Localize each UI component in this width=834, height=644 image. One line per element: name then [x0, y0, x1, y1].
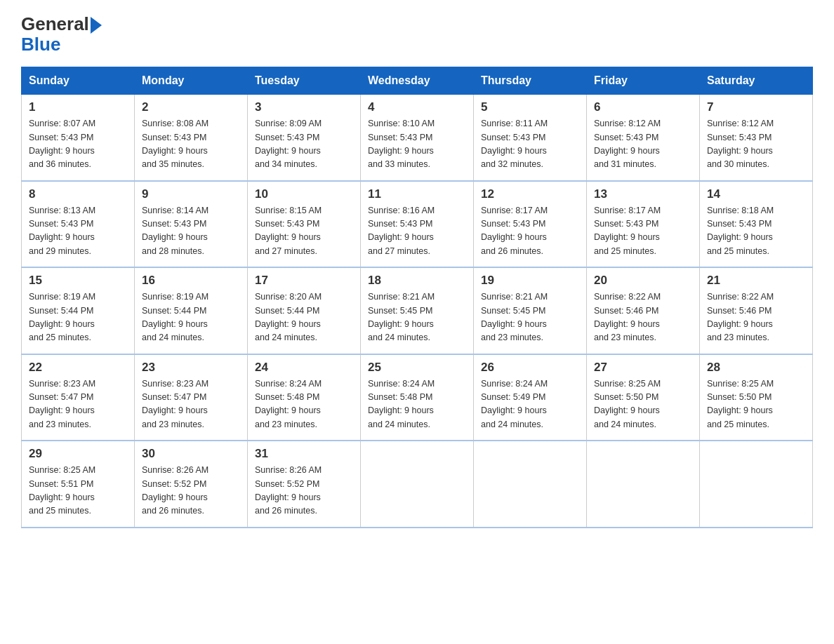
day-cell: [361, 441, 474, 528]
day-number: 4: [368, 100, 466, 114]
day-number: 12: [481, 187, 579, 201]
day-number: 17: [255, 274, 353, 288]
day-number: 29: [29, 447, 127, 461]
day-number: 10: [255, 187, 353, 201]
day-cell: 7Sunrise: 8:12 AMSunset: 5:43 PMDaylight…: [700, 95, 813, 181]
day-info: Sunrise: 8:26 AMSunset: 5:52 PMDaylight:…: [255, 464, 353, 518]
day-info: Sunrise: 8:15 AMSunset: 5:43 PMDaylight:…: [255, 204, 353, 259]
day-cell: 9Sunrise: 8:14 AMSunset: 5:43 PMDaylight…: [135, 181, 248, 268]
week-row-2: 8Sunrise: 8:13 AMSunset: 5:43 PMDaylight…: [22, 181, 813, 268]
weekday-header-monday: Monday: [135, 67, 248, 95]
day-cell: 17Sunrise: 8:20 AMSunset: 5:44 PMDayligh…: [248, 267, 361, 354]
weekday-header-friday: Friday: [587, 67, 700, 95]
day-number: 5: [481, 100, 579, 114]
day-info: Sunrise: 8:16 AMSunset: 5:43 PMDaylight:…: [368, 204, 466, 259]
day-cell: 13Sunrise: 8:17 AMSunset: 5:43 PMDayligh…: [587, 181, 700, 268]
day-info: Sunrise: 8:11 AMSunset: 5:43 PMDaylight:…: [481, 117, 579, 172]
day-number: 19: [481, 274, 579, 288]
weekday-header-thursday: Thursday: [474, 67, 587, 95]
day-cell: [474, 441, 587, 528]
day-number: 13: [594, 187, 692, 201]
day-info: Sunrise: 8:21 AMSunset: 5:45 PMDaylight:…: [481, 290, 579, 345]
day-cell: 25Sunrise: 8:24 AMSunset: 5:48 PMDayligh…: [361, 354, 474, 441]
day-cell: 26Sunrise: 8:24 AMSunset: 5:49 PMDayligh…: [474, 354, 587, 441]
day-info: Sunrise: 8:14 AMSunset: 5:43 PMDaylight:…: [142, 204, 240, 259]
page-header: General Blue: [21, 14, 813, 54]
day-info: Sunrise: 8:23 AMSunset: 5:47 PMDaylight:…: [142, 377, 240, 432]
day-cell: [587, 441, 700, 528]
day-cell: 12Sunrise: 8:17 AMSunset: 5:43 PMDayligh…: [474, 181, 587, 268]
day-number: 9: [142, 187, 240, 201]
day-cell: 5Sunrise: 8:11 AMSunset: 5:43 PMDaylight…: [474, 95, 587, 181]
day-info: Sunrise: 8:22 AMSunset: 5:46 PMDaylight:…: [594, 290, 692, 345]
day-info: Sunrise: 8:24 AMSunset: 5:49 PMDaylight:…: [481, 377, 579, 432]
day-number: 14: [707, 187, 805, 201]
day-info: Sunrise: 8:24 AMSunset: 5:48 PMDaylight:…: [368, 377, 466, 432]
day-number: 31: [255, 447, 353, 461]
day-cell: 10Sunrise: 8:15 AMSunset: 5:43 PMDayligh…: [248, 181, 361, 268]
day-number: 26: [481, 361, 579, 375]
day-info: Sunrise: 8:17 AMSunset: 5:43 PMDaylight:…: [594, 204, 692, 259]
logo-arrow-icon: [91, 17, 102, 34]
calendar-table: SundayMondayTuesdayWednesdayThursdayFrid…: [21, 67, 813, 528]
day-info: Sunrise: 8:12 AMSunset: 5:43 PMDaylight:…: [594, 117, 692, 172]
day-cell: 15Sunrise: 8:19 AMSunset: 5:44 PMDayligh…: [22, 267, 135, 354]
day-cell: 27Sunrise: 8:25 AMSunset: 5:50 PMDayligh…: [587, 354, 700, 441]
day-info: Sunrise: 8:17 AMSunset: 5:43 PMDaylight:…: [481, 204, 579, 259]
day-cell: 29Sunrise: 8:25 AMSunset: 5:51 PMDayligh…: [22, 441, 135, 528]
day-cell: 8Sunrise: 8:13 AMSunset: 5:43 PMDaylight…: [22, 181, 135, 268]
day-cell: 16Sunrise: 8:19 AMSunset: 5:44 PMDayligh…: [135, 267, 248, 354]
day-info: Sunrise: 8:18 AMSunset: 5:43 PMDaylight:…: [707, 204, 805, 259]
weekday-header-sunday: Sunday: [22, 67, 135, 95]
day-cell: 3Sunrise: 8:09 AMSunset: 5:43 PMDaylight…: [248, 95, 361, 181]
day-cell: 31Sunrise: 8:26 AMSunset: 5:52 PMDayligh…: [248, 441, 361, 528]
day-number: 20: [594, 274, 692, 288]
week-row-3: 15Sunrise: 8:19 AMSunset: 5:44 PMDayligh…: [22, 267, 813, 354]
day-number: 30: [142, 447, 240, 461]
weekday-header-saturday: Saturday: [700, 67, 813, 95]
day-number: 15: [29, 274, 127, 288]
day-cell: 28Sunrise: 8:25 AMSunset: 5:50 PMDayligh…: [700, 354, 813, 441]
day-cell: 14Sunrise: 8:18 AMSunset: 5:43 PMDayligh…: [700, 181, 813, 268]
day-number: 27: [594, 361, 692, 375]
day-number: 16: [142, 274, 240, 288]
day-info: Sunrise: 8:24 AMSunset: 5:48 PMDaylight:…: [255, 377, 353, 432]
day-info: Sunrise: 8:25 AMSunset: 5:50 PMDaylight:…: [707, 377, 805, 432]
week-row-1: 1Sunrise: 8:07 AMSunset: 5:43 PMDaylight…: [22, 95, 813, 181]
day-info: Sunrise: 8:07 AMSunset: 5:43 PMDaylight:…: [29, 117, 127, 172]
week-row-5: 29Sunrise: 8:25 AMSunset: 5:51 PMDayligh…: [22, 441, 813, 528]
day-info: Sunrise: 8:21 AMSunset: 5:45 PMDaylight:…: [368, 290, 466, 345]
day-cell: 23Sunrise: 8:23 AMSunset: 5:47 PMDayligh…: [135, 354, 248, 441]
day-info: Sunrise: 8:25 AMSunset: 5:50 PMDaylight:…: [594, 377, 692, 432]
day-info: Sunrise: 8:22 AMSunset: 5:46 PMDaylight:…: [707, 290, 805, 345]
day-info: Sunrise: 8:10 AMSunset: 5:43 PMDaylight:…: [368, 117, 466, 172]
day-info: Sunrise: 8:12 AMSunset: 5:43 PMDaylight:…: [707, 117, 805, 172]
day-number: 28: [707, 361, 805, 375]
day-info: Sunrise: 8:13 AMSunset: 5:43 PMDaylight:…: [29, 204, 127, 259]
day-cell: 24Sunrise: 8:24 AMSunset: 5:48 PMDayligh…: [248, 354, 361, 441]
day-cell: 22Sunrise: 8:23 AMSunset: 5:47 PMDayligh…: [22, 354, 135, 441]
day-info: Sunrise: 8:26 AMSunset: 5:52 PMDaylight:…: [142, 464, 240, 518]
day-number: 23: [142, 361, 240, 375]
day-info: Sunrise: 8:23 AMSunset: 5:47 PMDaylight:…: [29, 377, 127, 432]
day-number: 21: [707, 274, 805, 288]
day-info: Sunrise: 8:20 AMSunset: 5:44 PMDaylight:…: [255, 290, 353, 345]
day-cell: 2Sunrise: 8:08 AMSunset: 5:43 PMDaylight…: [135, 95, 248, 181]
week-row-4: 22Sunrise: 8:23 AMSunset: 5:47 PMDayligh…: [22, 354, 813, 441]
day-cell: 1Sunrise: 8:07 AMSunset: 5:43 PMDaylight…: [22, 95, 135, 181]
day-cell: 6Sunrise: 8:12 AMSunset: 5:43 PMDaylight…: [587, 95, 700, 181]
day-number: 11: [368, 187, 466, 201]
logo-general: General: [21, 14, 102, 34]
day-cell: 18Sunrise: 8:21 AMSunset: 5:45 PMDayligh…: [361, 267, 474, 354]
day-number: 7: [707, 100, 805, 114]
weekday-header-row: SundayMondayTuesdayWednesdayThursdayFrid…: [22, 67, 813, 95]
weekday-header-wednesday: Wednesday: [361, 67, 474, 95]
day-info: Sunrise: 8:08 AMSunset: 5:43 PMDaylight:…: [142, 117, 240, 172]
day-cell: 4Sunrise: 8:10 AMSunset: 5:43 PMDaylight…: [361, 95, 474, 181]
day-number: 8: [29, 187, 127, 201]
day-cell: 19Sunrise: 8:21 AMSunset: 5:45 PMDayligh…: [474, 267, 587, 354]
day-cell: 11Sunrise: 8:16 AMSunset: 5:43 PMDayligh…: [361, 181, 474, 268]
day-info: Sunrise: 8:19 AMSunset: 5:44 PMDaylight:…: [142, 290, 240, 345]
logo-blue: Blue: [21, 34, 102, 55]
logo: General Blue: [21, 14, 102, 54]
